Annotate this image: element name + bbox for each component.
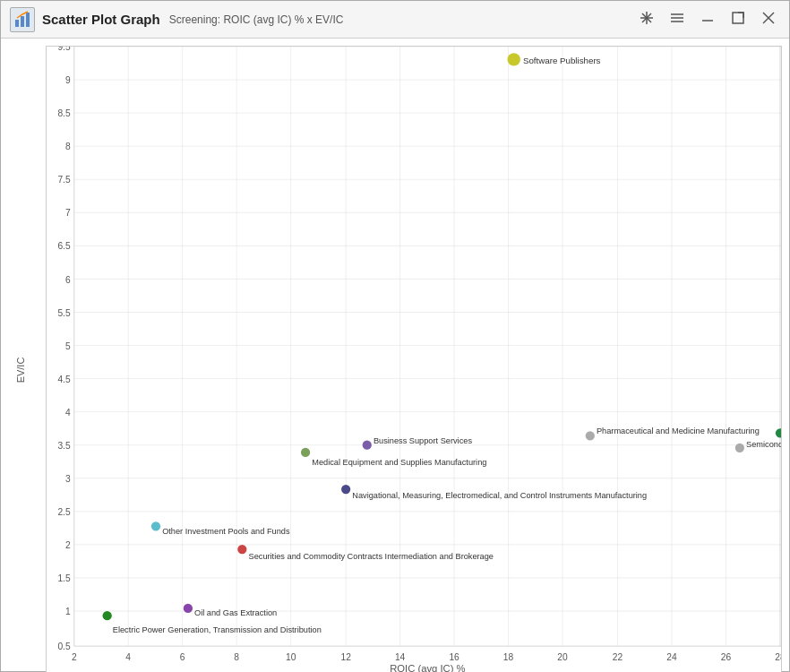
window-title: Scatter Plot Graph [42, 12, 160, 27]
svg-text:8: 8 [234, 652, 239, 662]
window-icon [10, 7, 35, 32]
svg-text:3: 3 [65, 474, 71, 484]
svg-text:4: 4 [125, 652, 131, 662]
point-software-publishers[interactable] [508, 53, 520, 65]
svg-text:3.5: 3.5 [57, 441, 71, 451]
svg-text:6: 6 [65, 275, 71, 285]
svg-text:Software Publishers: Software Publishers [523, 56, 601, 65]
maximize-button[interactable] [726, 8, 750, 31]
svg-text:2: 2 [72, 652, 77, 662]
point-nav-instruments[interactable] [341, 485, 350, 494]
svg-text:8.5: 8.5 [57, 108, 71, 118]
svg-text:Navigational, Measuring, Elect: Navigational, Measuring, Electromedical,… [352, 491, 647, 500]
svg-text:2.5: 2.5 [57, 507, 71, 517]
svg-text:2: 2 [65, 540, 71, 550]
svg-text:12: 12 [340, 652, 351, 662]
svg-text:28: 28 [775, 652, 781, 662]
svg-text:Semiconductor and Other Electr: Semiconductor and Other Electronic Compo… [746, 440, 781, 449]
svg-text:5: 5 [65, 341, 71, 351]
svg-text:1: 1 [65, 607, 71, 616]
cursor-tool-button[interactable] [635, 8, 658, 31]
svg-text:9.5: 9.5 [57, 47, 71, 52]
window-subtitle: Screening: ROIC (avg IC) % x EV/IC [169, 13, 635, 26]
svg-rect-11 [733, 13, 743, 23]
y-axis-label: EV/IC [15, 358, 26, 383]
point-other-investment[interactable] [151, 521, 160, 530]
svg-text:6: 6 [180, 652, 185, 662]
svg-text:18: 18 [503, 652, 514, 662]
svg-text:4: 4 [65, 408, 71, 418]
svg-text:6.5: 6.5 [57, 241, 71, 251]
svg-text:22: 22 [613, 652, 623, 662]
svg-text:20: 20 [557, 652, 568, 662]
svg-rect-0 [15, 20, 19, 27]
svg-text:0.5: 0.5 [57, 642, 71, 651]
svg-text:1.5: 1.5 [57, 573, 71, 583]
svg-text:26: 26 [721, 652, 732, 662]
main-window: Scatter Plot Graph Screening: ROIC (avg … [0, 0, 790, 672]
svg-text:9: 9 [65, 75, 71, 85]
svg-text:14: 14 [395, 652, 406, 662]
point-electric-power[interactable] [103, 611, 112, 620]
svg-text:Electric Power Generation, Tra: Electric Power Generation, Transmission … [113, 625, 322, 634]
svg-rect-2 [26, 13, 30, 27]
svg-rect-1 [21, 16, 24, 27]
svg-text:10: 10 [286, 652, 296, 662]
point-unknown[interactable] [776, 428, 781, 437]
scatter-svg: 9.5 9 8.5 8 7.5 7 6.5 6 [47, 47, 781, 672]
point-medical-equipment[interactable] [301, 448, 310, 457]
title-bar: Scatter Plot Graph Screening: ROIC (avg … [1, 1, 789, 39]
svg-text:Securities and Commodity Contr: Securities and Commodity Contracts Inter… [249, 552, 494, 561]
svg-text:Other Investment Pools and Fun: Other Investment Pools and Funds [162, 527, 290, 536]
menu-button[interactable] [665, 8, 689, 31]
point-business-support[interactable] [363, 441, 372, 450]
chart-area: EV/IC 9.5 9 [1, 39, 789, 672]
svg-text:Oil and Gas Extraction: Oil and Gas Extraction [194, 608, 277, 617]
svg-text:16: 16 [449, 652, 459, 662]
point-semiconductor[interactable] [735, 444, 744, 452]
chart-inner[interactable]: 9.5 9 8.5 8 7.5 7 6.5 6 [46, 46, 782, 672]
minimize-button[interactable] [696, 8, 719, 31]
close-button[interactable] [757, 8, 780, 31]
point-securities[interactable] [237, 545, 246, 554]
svg-text:ROIC (avg IC) %: ROIC (avg IC) % [390, 663, 465, 672]
svg-text:24: 24 [666, 652, 677, 662]
svg-text:8: 8 [65, 142, 71, 151]
svg-text:7: 7 [65, 208, 71, 218]
svg-text:7.5: 7.5 [57, 175, 71, 185]
svg-text:Pharmaceutical and Medicine Ma: Pharmaceutical and Medicine Manufacturin… [597, 426, 760, 435]
svg-text:4.5: 4.5 [57, 375, 71, 384]
svg-text:Business Support Services: Business Support Services [374, 436, 472, 445]
svg-text:Medical Equipment and Supplies: Medical Equipment and Supplies Manufactu… [312, 458, 486, 467]
point-pharma[interactable] [586, 431, 595, 440]
window-controls [635, 8, 780, 31]
point-oil-gas[interactable] [184, 604, 193, 613]
svg-text:5.5: 5.5 [57, 308, 71, 318]
